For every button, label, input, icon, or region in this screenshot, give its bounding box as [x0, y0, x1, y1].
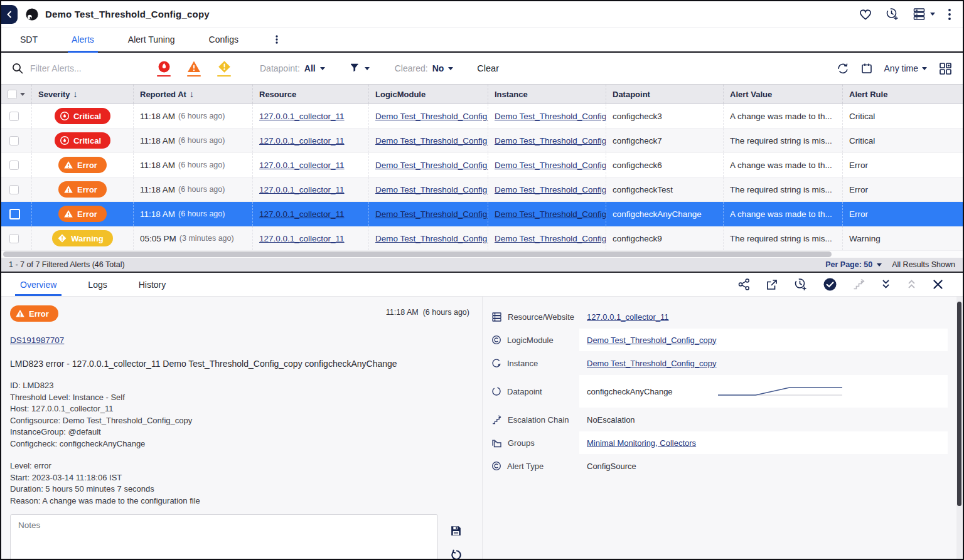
detail-tab-logs[interactable]: Logs	[88, 273, 107, 296]
tab-alert-tuning[interactable]: Alert Tuning	[128, 28, 175, 51]
checkbox[interactable]	[9, 136, 19, 145]
open-in-new-icon[interactable]	[766, 278, 778, 291]
table-row[interactable]: Error11:18 AM(6 hours ago)127.0.0.1_coll…	[1, 153, 963, 177]
datapoint: configcheckAnyChange	[606, 202, 723, 226]
table-row[interactable]: Error11:18 AM(6 hours ago)127.0.0.1_coll…	[1, 202, 963, 226]
resource-link[interactable]: 127.0.0.1_collector_11	[259, 136, 345, 145]
undo-icon[interactable]	[449, 549, 463, 559]
per-page-dropdown[interactable]: Per Page: 50	[825, 260, 882, 269]
detail-line: Reason: A change was made to the configu…	[10, 495, 473, 507]
property-value: Minimal Monitoring, Collectors	[579, 431, 948, 454]
tab-sdt[interactable]: SDT	[20, 28, 38, 51]
logicmodule-link[interactable]: Demo Test_Threshold_Config_copy	[375, 209, 488, 219]
detail-tab-overview[interactable]: Overview	[20, 273, 56, 296]
back-button[interactable]	[1, 5, 18, 24]
checkbox[interactable]	[9, 112, 19, 121]
column-header-severity[interactable]: Severity↓	[31, 85, 133, 103]
table-row[interactable]: Critical11:18 AM(6 hours ago)127.0.0.1_c…	[1, 104, 963, 129]
checkbox[interactable]	[9, 185, 19, 194]
resource-link[interactable]: 127.0.0.1_collector_11	[259, 234, 345, 243]
active-filter-underline	[187, 75, 201, 77]
column-header-logicmodule[interactable]: LogicModule	[368, 85, 488, 103]
tab-alerts[interactable]: Alerts	[72, 28, 94, 51]
alert-title: LMD823 error - 127.0.0.1_collector_11 De…	[10, 359, 473, 369]
column-header-instance[interactable]: Instance	[488, 85, 606, 103]
severity-filters	[157, 60, 231, 77]
detail-tab-history[interactable]: History	[139, 273, 166, 296]
column-header-alert-rule[interactable]: Alert Rule	[842, 85, 963, 103]
close-x-icon[interactable]	[932, 278, 944, 290]
resource-link[interactable]: 127.0.0.1_collector_11	[259, 161, 345, 170]
property-label: Instance	[491, 352, 579, 374]
property-value: 127.0.0.1_collector_11	[579, 305, 948, 328]
checkbox[interactable]	[9, 209, 20, 219]
filter-severity-error[interactable]	[187, 60, 201, 77]
instance-link[interactable]: Demo Test_Threshold_Config_copy	[495, 112, 606, 121]
logicmodule-link[interactable]: Demo Test_Threshold_Config_copy	[375, 112, 488, 121]
column-header-reported-at[interactable]: Reported At↓	[133, 85, 252, 103]
resource-link[interactable]: 127.0.0.1_collector_11	[259, 209, 345, 219]
resource-link[interactable]: 127.0.0.1_collector_11	[259, 185, 345, 194]
property-row-escalation-chain: Escalation ChainNoEscalation	[491, 408, 948, 431]
chevron-down-icon	[365, 67, 370, 70]
instance-link[interactable]: Demo Test_Threshold_Config_copy	[495, 209, 606, 219]
severity-cell: Error	[31, 202, 133, 226]
search-input[interactable]	[30, 63, 118, 73]
logicmodule-link[interactable]: Demo Test_Threshold_Config_copy	[375, 161, 488, 170]
collapse-double-down-icon[interactable]	[881, 278, 891, 290]
instance-link[interactable]: Demo Test_Threshold_Config_copy	[495, 185, 606, 194]
checkbox[interactable]	[9, 234, 19, 243]
logicmodule-link[interactable]: Demo Test_Threshold_Config_copy	[375, 136, 488, 145]
save-icon[interactable]	[449, 524, 463, 537]
instance-link[interactable]: Demo Test_Threshold_Config_copy	[495, 136, 606, 145]
property-value-link[interactable]: Minimal Monitoring, Collectors	[587, 438, 696, 448]
tabs-overflow-kebab-icon[interactable]	[272, 28, 281, 51]
tab-configs[interactable]: Configs	[209, 28, 238, 51]
refresh-icon[interactable]	[837, 62, 849, 75]
share-icon[interactable]	[737, 278, 751, 291]
sdt-clock-add-icon[interactable]	[793, 277, 808, 292]
checkbox[interactable]	[8, 90, 17, 99]
horizontal-scrollbar[interactable]	[1, 251, 963, 258]
alert-id-link[interactable]: DS191987707	[10, 335, 64, 345]
favorite-heart-icon[interactable]	[859, 8, 872, 21]
property-value-link[interactable]: 127.0.0.1_collector_11	[587, 312, 669, 322]
resource: 127.0.0.1_collector_11	[252, 226, 368, 250]
error-icon	[63, 209, 73, 219]
kebab-menu-icon[interactable]	[948, 8, 951, 21]
column-header-datapoint[interactable]: Datapoint	[606, 85, 723, 103]
datapoint-dropdown[interactable]: Datapoint: All	[260, 63, 325, 73]
vertical-scrollbar[interactable]	[956, 297, 962, 559]
resources-dropdown[interactable]	[912, 7, 935, 21]
instance-link[interactable]: Demo Test_Threshold_Config_copy	[495, 234, 606, 243]
filter-severity-warning[interactable]	[217, 60, 231, 77]
instance-link[interactable]: Demo Test_Threshold_Config_copy	[495, 161, 606, 170]
checkbox[interactable]	[9, 161, 19, 170]
instance: Demo Test_Threshold_Config_copy	[488, 104, 606, 128]
sdt-clock-add-icon[interactable]	[885, 7, 899, 21]
scrollbar-thumb[interactable]	[957, 302, 961, 506]
table-row[interactable]: Critical11:18 AM(6 hours ago)127.0.0.1_c…	[1, 129, 963, 153]
cleared-dropdown[interactable]: Cleared: No	[395, 63, 454, 73]
select-all-checkbox[interactable]	[1, 85, 31, 103]
time-range-dropdown[interactable]: Any time	[884, 63, 927, 73]
property-value-link[interactable]: Demo Test_Threshold_Config_copy	[587, 335, 716, 345]
column-header-resource[interactable]: Resource	[252, 85, 368, 103]
clear-filters-button[interactable]: Clear	[477, 63, 499, 73]
table-row[interactable]: Warning05:05 PM(3 minutes ago)127.0.0.1_…	[1, 226, 963, 251]
table-row[interactable]: Error11:18 AM(6 hours ago)127.0.0.1_coll…	[1, 177, 963, 202]
property-value-link[interactable]: Demo Test_Threshold_Config_copy	[587, 359, 716, 368]
filter-funnel-dropdown[interactable]	[349, 63, 370, 74]
calendar-icon[interactable]	[860, 62, 873, 75]
scrollbar-thumb[interactable]	[3, 251, 832, 257]
filter-bar-right: Any time	[837, 61, 953, 76]
acknowledge-check-icon[interactable]	[823, 277, 837, 292]
filter-severity-critical[interactable]	[157, 60, 171, 77]
resource-link[interactable]: 127.0.0.1_collector_11	[259, 112, 345, 121]
notes-input[interactable]	[10, 514, 438, 559]
logicmodule-link[interactable]: Demo Test_Threshold_Config_copy	[375, 234, 488, 243]
grid-view-icon[interactable]	[938, 61, 953, 76]
alert-value: A change was made to th...	[723, 153, 842, 177]
logicmodule-link[interactable]: Demo Test_Threshold_Config_copy	[375, 185, 488, 194]
column-header-alert-value[interactable]: Alert Value	[723, 85, 842, 103]
